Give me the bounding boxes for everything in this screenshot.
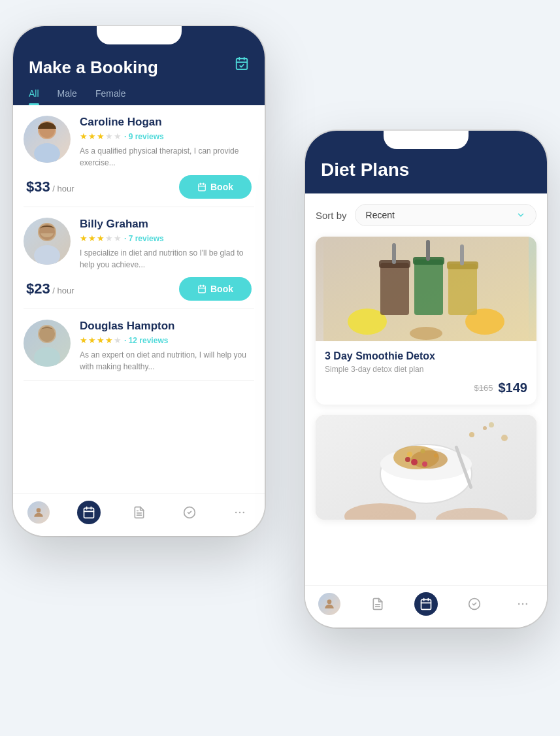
- nav-done-right[interactable]: [463, 592, 486, 616]
- desc-billy: I specialize in diet and nutrition so I'…: [80, 247, 254, 271]
- info-caroline: Caroline Hogan ★ ★ ★ ★ ★ · 9 reviews: [80, 116, 254, 169]
- svg-point-58: [483, 426, 487, 430]
- info-douglas: Douglas Hampton ★ ★ ★ ★ ★ · 12 reviews: [80, 320, 254, 373]
- star5: ★: [114, 131, 122, 141]
- svg-point-29: [235, 512, 237, 514]
- avatar-douglas: [24, 320, 71, 367]
- book-button-billy[interactable]: Book: [179, 277, 252, 301]
- svg-rect-14: [199, 286, 206, 293]
- svg-point-19: [34, 347, 60, 367]
- svg-rect-38: [414, 259, 443, 315]
- phone-right: Diet Plans Sort by Recent: [305, 131, 547, 627]
- stars-row-billy: ★ ★ ★ ★ ★ · 7 reviews: [80, 233, 254, 243]
- svg-rect-41: [448, 264, 477, 315]
- new-price-smoothie: $149: [499, 380, 528, 395]
- svg-point-63: [327, 599, 332, 604]
- nav-booking-right[interactable]: [414, 592, 438, 616]
- svg-point-44: [410, 327, 442, 340]
- nav-done-left[interactable]: [178, 501, 201, 524]
- bowl-image: [316, 415, 536, 520]
- right-page-title: Diet Plans: [321, 159, 531, 180]
- sort-row: Sort by Recent: [316, 204, 536, 226]
- info-billy: Billy Graham ★ ★ ★ ★ ★ · 7 reviews: [80, 218, 254, 271]
- svg-rect-0: [237, 59, 248, 70]
- sort-value: Recent: [366, 210, 395, 220]
- svg-point-72: [522, 603, 524, 605]
- footer-caroline: $33 / hour Book: [24, 175, 254, 199]
- screen-left: Make a Booking All Male Female: [13, 26, 265, 536]
- desc-douglas: As an expert on diet and nutrition, I wi…: [80, 349, 254, 373]
- svg-point-57: [469, 432, 474, 437]
- nav-booking-left[interactable]: [77, 501, 101, 524]
- doctor-card-billy: Billy Graham ★ ★ ★ ★ ★ · 7 reviews: [24, 207, 254, 309]
- svg-point-60: [489, 422, 494, 427]
- avatar-billy: [24, 218, 71, 265]
- nav-profile-left[interactable]: [27, 501, 50, 524]
- diet-card-smoothie[interactable]: 3 Day Smoothie Detox Simple 3-day detox …: [316, 237, 536, 405]
- star1: ★: [80, 335, 88, 345]
- svg-point-54: [422, 461, 427, 467]
- svg-point-71: [518, 603, 520, 605]
- svg-point-5: [34, 143, 60, 163]
- doctor-card-douglas: Douglas Hampton ★ ★ ★ ★ ★ · 12 reviews: [24, 309, 254, 381]
- stars-caroline: ★ ★ ★ ★ ★: [80, 131, 122, 141]
- doctor-top-billy: Billy Graham ★ ★ ★ ★ ★ · 7 reviews: [24, 218, 254, 271]
- price-row-smoothie: $165 $149: [325, 380, 527, 395]
- star3: ★: [97, 131, 105, 141]
- nav-records-right[interactable]: [366, 592, 389, 616]
- bottom-nav-left: [13, 493, 265, 536]
- price-billy: $23 / hour: [26, 280, 74, 297]
- star2: ★: [88, 233, 96, 243]
- svg-point-53: [411, 459, 418, 465]
- notch-left: [97, 26, 182, 44]
- reviews-billy: · 7 reviews: [124, 234, 164, 243]
- diet-subtitle-smoothie: Simple 3-day detox diet plan: [325, 365, 527, 374]
- name-caroline: Caroline Hogan: [80, 116, 254, 129]
- star4: ★: [105, 131, 113, 141]
- svg-rect-40: [426, 240, 430, 261]
- nav-profile-right[interactable]: [318, 592, 341, 616]
- phones-container: Make a Booking All Male Female: [0, 0, 560, 736]
- filter-tabs: All Male Female: [29, 88, 249, 105]
- tab-female[interactable]: Female: [95, 88, 126, 105]
- nav-avatar-left: [27, 501, 50, 524]
- nav-more-right[interactable]: [511, 592, 535, 616]
- star3: ★: [97, 335, 105, 345]
- svg-point-49: [411, 450, 448, 469]
- book-button-caroline[interactable]: Book: [179, 175, 252, 199]
- smoothie-image: [316, 237, 536, 341]
- star2: ★: [88, 131, 96, 141]
- calendar-header-icon[interactable]: [235, 56, 249, 75]
- star1: ★: [80, 131, 88, 141]
- star1: ★: [80, 233, 88, 243]
- svg-rect-66: [421, 599, 431, 609]
- svg-point-59: [501, 435, 508, 441]
- tab-all[interactable]: All: [29, 88, 39, 105]
- nav-records-left[interactable]: [127, 501, 151, 524]
- avatar-caroline: [24, 116, 71, 163]
- star4: ★: [105, 335, 113, 345]
- phone-left: Make a Booking All Male Female: [13, 26, 265, 536]
- reviews-douglas: · 12 reviews: [124, 336, 168, 345]
- sort-label: Sort by: [316, 210, 347, 221]
- nav-more-left[interactable]: [228, 501, 252, 524]
- star3: ★: [97, 233, 105, 243]
- notch-right: [384, 131, 469, 149]
- star2: ★: [88, 335, 96, 345]
- svg-point-31: [242, 512, 244, 514]
- svg-rect-22: [84, 508, 93, 518]
- svg-point-55: [405, 457, 410, 462]
- nav-avatar-right: [318, 593, 340, 615]
- diet-card-bowl[interactable]: [316, 415, 536, 520]
- footer-billy: $23 / hour Book: [24, 277, 254, 301]
- svg-rect-43: [460, 244, 464, 265]
- svg-point-20: [39, 326, 55, 342]
- sort-select[interactable]: Recent: [355, 204, 536, 226]
- svg-rect-35: [380, 263, 409, 315]
- tab-male[interactable]: Male: [58, 88, 77, 105]
- svg-rect-7: [199, 184, 206, 191]
- star5: ★: [114, 233, 122, 243]
- star4: ★: [105, 233, 113, 243]
- left-page-title: Make a Booking: [29, 58, 249, 78]
- svg-rect-37: [392, 243, 396, 264]
